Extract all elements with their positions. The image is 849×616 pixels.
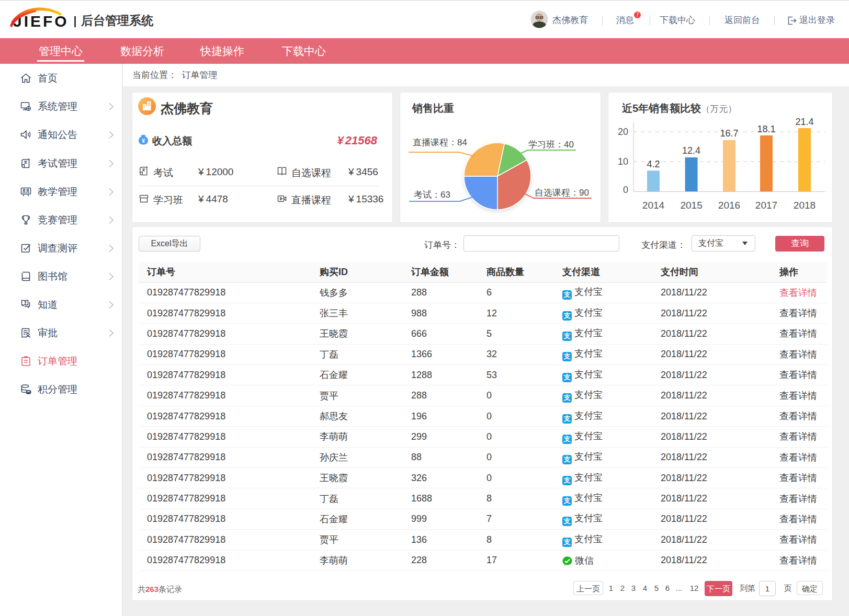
svg-text:20: 20 <box>618 127 628 137</box>
svg-text:¥: ¥ <box>142 138 145 144</box>
svg-text:10: 10 <box>618 156 628 167</box>
svg-text:12.4: 12.4 <box>682 145 700 156</box>
svg-text:2017: 2017 <box>755 200 777 211</box>
svg-text:2018: 2018 <box>794 200 816 211</box>
svg-text:18.1: 18.1 <box>757 124 775 134</box>
svg-text:2014: 2014 <box>642 200 665 211</box>
svg-text:学习班：40: 学习班：40 <box>528 140 574 150</box>
svg-text:2015: 2015 <box>680 200 702 211</box>
svg-text:0: 0 <box>623 185 628 195</box>
svg-text:21.4: 21.4 <box>795 117 813 127</box>
svg-text:2016: 2016 <box>718 200 740 211</box>
svg-text:考试：63: 考试：63 <box>414 190 450 200</box>
svg-text:16.7: 16.7 <box>720 128 738 139</box>
svg-text:直播课程：84: 直播课程：84 <box>413 138 467 147</box>
svg-text:自选课程：90: 自选课程：90 <box>535 188 589 198</box>
svg-text:4.2: 4.2 <box>647 159 660 169</box>
